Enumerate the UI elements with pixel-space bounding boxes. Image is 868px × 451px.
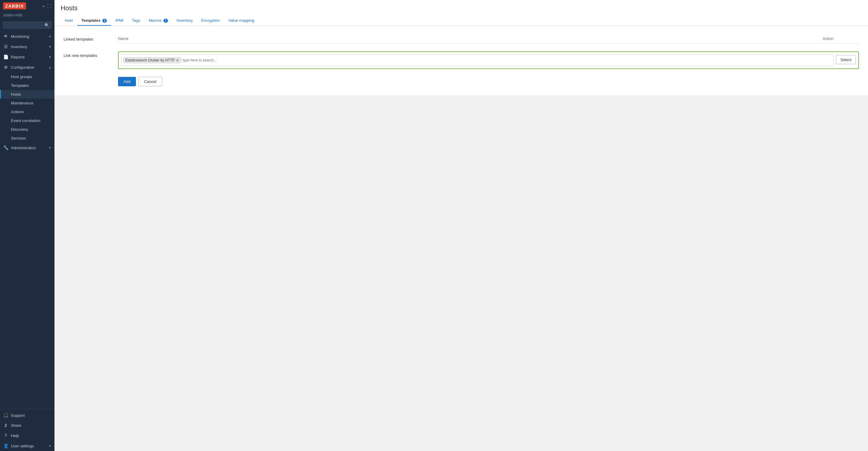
configuration-submenu: Host groups Templates Hosts Maintenance … <box>0 72 55 143</box>
sidebar-item-maintenance[interactable]: Maintenance <box>0 99 55 108</box>
monitoring-arrow: ▼ <box>49 35 52 38</box>
sidebar-item-support[interactable]: 🎧 Support <box>0 410 55 420</box>
template-tag: Elasticsearch Cluster by HTTP ✕ <box>123 57 181 63</box>
tab-value-mapping[interactable]: Value mapping <box>224 16 258 26</box>
sidebar-item-hosts[interactable]: Hosts <box>0 90 55 99</box>
sidebar-item-user-settings[interactable]: 👤 User settings ▼ <box>0 441 55 451</box>
configuration-icon: ⚙ <box>3 65 8 70</box>
content-area: Linked templates Name Action Link new te… <box>55 26 868 451</box>
link-new-templates-field: Elasticsearch Cluster by HTTP ✕ Select <box>118 52 859 69</box>
name-col-header: Name <box>118 36 816 41</box>
link-new-templates-label: Link new templates <box>64 52 112 58</box>
administration-arrow: ▼ <box>49 146 52 150</box>
sidebar-header-icons: « ⛶ <box>42 4 52 8</box>
support-icon: 🎧 <box>3 413 8 418</box>
help-icon: ? <box>3 433 8 438</box>
form-container: Linked templates Name Action Link new te… <box>55 26 868 95</box>
sidebar-item-administration[interactable]: 🔧 Administration ▼ <box>0 143 55 153</box>
main-content: Hosts Host Templates 1 IPMI Tags Macros … <box>55 0 868 451</box>
linked-templates-header: Name Action <box>118 35 859 43</box>
inventory-arrow: ▼ <box>49 45 52 49</box>
macros-badge: 1 <box>163 19 168 23</box>
search-icon: 🔍 <box>44 23 49 28</box>
sidebar-item-event-correlation[interactable]: Event correlation <box>0 116 55 125</box>
expand-icon[interactable]: ⛶ <box>47 4 52 8</box>
action-col-header: Action <box>823 36 859 41</box>
sidebar-item-help[interactable]: ? Help <box>0 430 55 441</box>
link-new-templates-row: Link new templates Elasticsearch Cluster… <box>64 49 859 72</box>
actions-arrow: › <box>51 110 52 114</box>
sidebar-item-reports[interactable]: 📄 Reports ▼ <box>0 52 55 62</box>
main-nav: 👁 Monitoring ▼ ☰ Inventory ▼ 📄 Reports ▼… <box>0 31 55 153</box>
sidebar-item-inventory[interactable]: ☰ Inventory ▼ <box>0 41 55 52</box>
select-button[interactable]: Select <box>836 55 856 64</box>
tab-templates[interactable]: Templates 1 <box>77 16 112 26</box>
add-button[interactable]: Add <box>118 77 136 86</box>
sidebar-item-discovery[interactable]: Discovery <box>0 125 55 134</box>
share-icon: Z <box>3 423 8 428</box>
administration-icon: 🔧 <box>3 145 8 150</box>
sidebar-item-services[interactable]: Services <box>0 134 55 143</box>
sidebar-item-templates[interactable]: Templates <box>0 81 55 90</box>
configuration-arrow: ▲ <box>49 66 52 69</box>
linked-templates-row: Linked templates Name Action <box>64 32 859 49</box>
tab-inventory[interactable]: Inventory <box>172 16 197 26</box>
page-header: Hosts Host Templates 1 IPMI Tags Macros … <box>55 0 868 26</box>
reports-icon: 📄 <box>3 55 8 59</box>
templates-badge: 1 <box>102 19 107 23</box>
user-settings-arrow: ▼ <box>49 444 52 448</box>
template-tag-remove[interactable]: ✕ <box>176 58 179 62</box>
link-templates-box: Elasticsearch Cluster by HTTP ✕ Select <box>118 52 859 69</box>
cancel-button[interactable]: Cancel <box>138 77 162 86</box>
tab-ipmi[interactable]: IPMI <box>111 16 128 26</box>
sidebar-footer: 🎧 Support Z Share ? Help 👤 User settings… <box>0 408 55 451</box>
monitoring-icon: 👁 <box>3 34 8 39</box>
sidebar-item-configuration[interactable]: ⚙ Configuration ▲ <box>0 62 55 72</box>
tab-macros[interactable]: Macros 1 <box>144 16 172 26</box>
collapse-icon[interactable]: « <box>42 4 45 8</box>
template-tag-label: Elasticsearch Cluster by HTTP <box>125 58 175 62</box>
sidebar-search-container: 🔍 <box>0 20 55 31</box>
sidebar: ZABBIX « ⛶ zabbix-redis 🔍 👁 Monitoring ▼… <box>0 0 55 451</box>
sidebar-item-actions[interactable]: Actions › <box>0 108 55 116</box>
reports-arrow: ▼ <box>49 55 52 59</box>
template-tags-input[interactable]: Elasticsearch Cluster by HTTP ✕ <box>121 55 834 66</box>
zabbix-logo[interactable]: ZABBIX <box>3 2 26 9</box>
form-actions: Add Cancel <box>64 72 859 86</box>
inventory-icon: ☰ <box>3 44 8 49</box>
user-settings-icon: 👤 <box>3 444 8 448</box>
sidebar-instance: zabbix-redis <box>0 12 55 20</box>
tab-host[interactable]: Host <box>61 16 77 26</box>
sidebar-item-host-groups[interactable]: Host groups <box>0 72 55 81</box>
sidebar-header: ZABBIX « ⛶ <box>0 0 55 12</box>
search-input[interactable] <box>3 22 52 29</box>
page-title: Hosts <box>61 4 862 12</box>
linked-templates-field: Name Action <box>118 35 859 46</box>
tab-encryption[interactable]: Encryption <box>197 16 224 26</box>
tab-tags[interactable]: Tags <box>128 16 144 26</box>
template-search-input[interactable] <box>183 58 228 62</box>
sidebar-item-share[interactable]: Z Share <box>0 420 55 430</box>
sidebar-item-monitoring[interactable]: 👁 Monitoring ▼ <box>0 31 55 41</box>
tabs-bar: Host Templates 1 IPMI Tags Macros 1 Inve… <box>61 16 862 26</box>
linked-templates-label: Linked templates <box>64 35 112 41</box>
